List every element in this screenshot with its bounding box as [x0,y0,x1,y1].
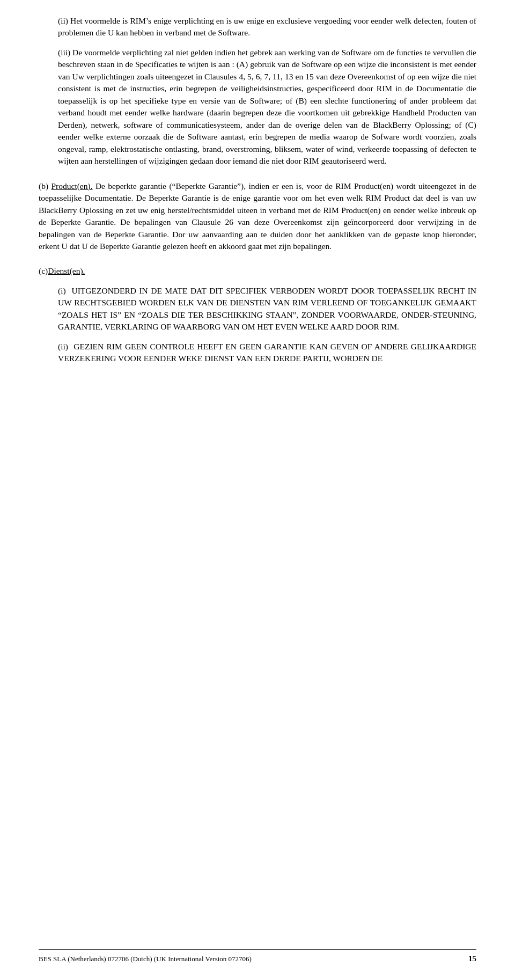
page: (ii) Het voormelde is RIM’s enige verpli… [0,0,515,980]
footer-document-info: BES SLA (Netherlands) 072706 (Dutch) (UK… [39,954,252,964]
section-b-text: (b) Product(en). De beperkte garantie (“… [39,180,476,253]
section-b: (b) Product(en). De beperkte garantie (“… [39,180,476,253]
services-ii: (ii) GEZIEN RIM GEEN CONTROLE HEEFT EN G… [58,341,476,365]
paragraph-ii-intro: (ii) Het voormelde is RIM’s enige verpli… [58,15,476,39]
section-b-label: (b) [39,181,48,191]
section-c: (c)Dienst(en). [39,265,476,277]
services-ii-label: (ii) [58,342,68,351]
section-b-main-text: De beperkte garantie (“Beperkte Garantie… [39,181,476,251]
page-footer: BES SLA (Netherlands) 072706 (Dutch) (UK… [39,949,476,965]
services-i-main-text: UITGEZONDERD IN DE MATE DAT DIT SPECIFIE… [58,286,476,331]
services-i-text: (i) UITGEZONDERD IN DE MATE DAT DIT SPEC… [58,285,476,333]
services-i-label: (i) [58,286,66,295]
paragraph-iii-text: (iii) De voormelde verplichting zal niet… [58,47,476,167]
section-c-underline-label: Dienst(en). [48,266,85,275]
section-c-text: (c)Dienst(en). [39,265,476,277]
services-ii-main-text: GEZIEN RIM GEEN CONTROLE HEEFT EN GEEN G… [58,342,476,363]
services-ii-text: (ii) GEZIEN RIM GEEN CONTROLE HEEFT EN G… [58,341,476,365]
paragraph-iii: (iii) De voormelde verplichting zal niet… [58,47,476,167]
section-b-underline-label: Product(en). [51,181,92,191]
paragraph-ii-intro-text: (ii) Het voormelde is RIM’s enige verpli… [58,15,476,39]
services-i: (i) UITGEZONDERD IN DE MATE DAT DIT SPEC… [58,285,476,333]
footer-page-number: 15 [468,953,476,965]
section-c-label: (c) [39,266,48,275]
